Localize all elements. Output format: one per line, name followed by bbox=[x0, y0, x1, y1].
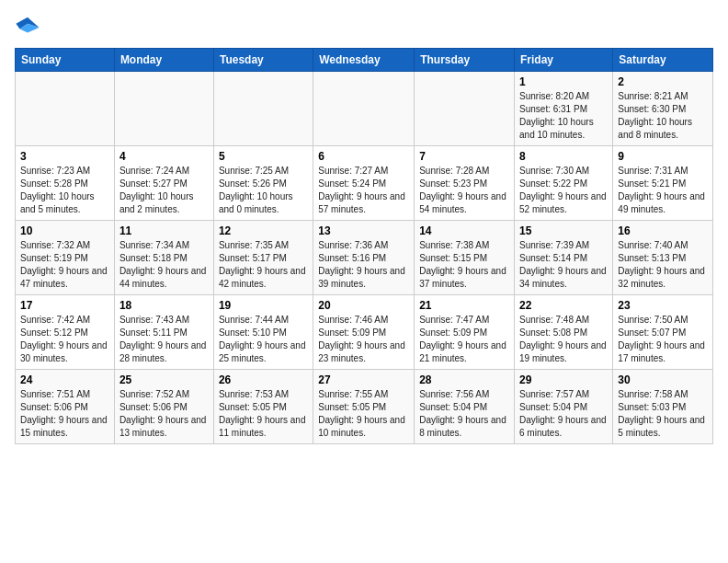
day-info: Sunrise: 7:34 AM Sunset: 5:18 PM Dayligh… bbox=[119, 239, 209, 291]
calendar-table: SundayMondayTuesdayWednesdayThursdayFrid… bbox=[15, 48, 713, 444]
day-info: Sunrise: 7:30 AM Sunset: 5:22 PM Dayligh… bbox=[519, 165, 608, 216]
calendar-cell bbox=[16, 72, 115, 146]
day-info: Sunrise: 7:48 AM Sunset: 5:08 PM Dayligh… bbox=[519, 314, 608, 365]
day-number: 9 bbox=[618, 150, 708, 163]
day-info: Sunrise: 7:44 AM Sunset: 5:10 PM Dayligh… bbox=[219, 314, 308, 365]
day-number: 18 bbox=[119, 299, 209, 312]
calendar-cell: 1Sunrise: 8:20 AM Sunset: 6:31 PM Daylig… bbox=[515, 72, 613, 146]
calendar-cell: 27Sunrise: 7:55 AM Sunset: 5:05 PM Dayli… bbox=[313, 370, 415, 444]
day-number: 5 bbox=[219, 150, 308, 163]
calendar-cell bbox=[415, 72, 515, 146]
calendar-cell: 7Sunrise: 7:28 AM Sunset: 5:23 PM Daylig… bbox=[415, 146, 515, 221]
calendar-cell: 29Sunrise: 7:57 AM Sunset: 5:04 PM Dayli… bbox=[515, 370, 613, 444]
calendar-cell: 14Sunrise: 7:38 AM Sunset: 5:15 PM Dayli… bbox=[415, 221, 515, 295]
calendar-cell: 30Sunrise: 7:58 AM Sunset: 5:03 PM Dayli… bbox=[613, 370, 713, 444]
day-info: Sunrise: 7:52 AM Sunset: 5:06 PM Dayligh… bbox=[119, 388, 209, 440]
header-day-wednesday: Wednesday bbox=[313, 49, 415, 72]
day-info: Sunrise: 7:39 AM Sunset: 5:14 PM Dayligh… bbox=[519, 239, 608, 291]
calendar-cell: 25Sunrise: 7:52 AM Sunset: 5:06 PM Dayli… bbox=[114, 370, 213, 444]
calendar-cell: 4Sunrise: 7:24 AM Sunset: 5:27 PM Daylig… bbox=[114, 146, 213, 221]
day-info: Sunrise: 7:25 AM Sunset: 5:26 PM Dayligh… bbox=[219, 165, 308, 216]
day-number: 17 bbox=[20, 299, 109, 312]
day-info: Sunrise: 7:57 AM Sunset: 5:04 PM Dayligh… bbox=[519, 388, 608, 440]
logo-bird-icon bbox=[15, 15, 40, 40]
day-info: Sunrise: 8:21 AM Sunset: 6:30 PM Dayligh… bbox=[618, 90, 708, 142]
day-number: 30 bbox=[618, 373, 708, 386]
day-info: Sunrise: 7:24 AM Sunset: 5:27 PM Dayligh… bbox=[119, 165, 209, 216]
calendar-cell: 26Sunrise: 7:53 AM Sunset: 5:05 PM Dayli… bbox=[213, 370, 313, 444]
day-number: 23 bbox=[618, 299, 708, 312]
day-number: 22 bbox=[519, 299, 608, 312]
calendar-cell: 13Sunrise: 7:36 AM Sunset: 5:16 PM Dayli… bbox=[313, 221, 415, 295]
header-day-monday: Monday bbox=[114, 49, 213, 72]
calendar-cell: 12Sunrise: 7:35 AM Sunset: 5:17 PM Dayli… bbox=[213, 221, 313, 295]
day-number: 29 bbox=[519, 373, 608, 386]
calendar-cell: 3Sunrise: 7:23 AM Sunset: 5:28 PM Daylig… bbox=[16, 146, 115, 221]
day-number: 14 bbox=[419, 224, 509, 237]
calendar-cell: 17Sunrise: 7:42 AM Sunset: 5:12 PM Dayli… bbox=[16, 295, 115, 370]
day-number: 3 bbox=[20, 150, 109, 163]
calendar-cell: 6Sunrise: 7:27 AM Sunset: 5:24 PM Daylig… bbox=[313, 146, 415, 221]
day-number: 28 bbox=[419, 373, 509, 386]
day-info: Sunrise: 7:42 AM Sunset: 5:12 PM Dayligh… bbox=[20, 314, 109, 365]
calendar-cell: 23Sunrise: 7:50 AM Sunset: 5:07 PM Dayli… bbox=[613, 295, 713, 370]
day-info: Sunrise: 7:46 AM Sunset: 5:09 PM Dayligh… bbox=[318, 314, 409, 365]
calendar-cell: 2Sunrise: 8:21 AM Sunset: 6:30 PM Daylig… bbox=[613, 72, 713, 146]
calendar-cell: 22Sunrise: 7:48 AM Sunset: 5:08 PM Dayli… bbox=[515, 295, 613, 370]
calendar-cell bbox=[213, 72, 313, 146]
day-number: 11 bbox=[119, 224, 209, 237]
calendar-cell: 11Sunrise: 7:34 AM Sunset: 5:18 PM Dayli… bbox=[114, 221, 213, 295]
day-info: Sunrise: 7:50 AM Sunset: 5:07 PM Dayligh… bbox=[618, 314, 708, 365]
day-info: Sunrise: 7:31 AM Sunset: 5:21 PM Dayligh… bbox=[618, 165, 708, 216]
day-number: 16 bbox=[618, 224, 708, 237]
day-number: 7 bbox=[419, 150, 509, 163]
day-info: Sunrise: 7:23 AM Sunset: 5:28 PM Dayligh… bbox=[20, 165, 109, 216]
calendar-cell: 21Sunrise: 7:47 AM Sunset: 5:09 PM Dayli… bbox=[415, 295, 515, 370]
day-number: 13 bbox=[318, 224, 409, 237]
header bbox=[15, 15, 713, 40]
header-day-thursday: Thursday bbox=[415, 49, 515, 72]
day-number: 2 bbox=[618, 75, 708, 88]
day-info: Sunrise: 8:20 AM Sunset: 6:31 PM Dayligh… bbox=[519, 90, 608, 142]
header-day-sunday: Sunday bbox=[16, 49, 115, 72]
calendar-cell: 19Sunrise: 7:44 AM Sunset: 5:10 PM Dayli… bbox=[213, 295, 313, 370]
day-info: Sunrise: 7:27 AM Sunset: 5:24 PM Dayligh… bbox=[318, 165, 409, 216]
calendar-cell: 9Sunrise: 7:31 AM Sunset: 5:21 PM Daylig… bbox=[613, 146, 713, 221]
day-number: 20 bbox=[318, 299, 409, 312]
calendar-cell: 10Sunrise: 7:32 AM Sunset: 5:19 PM Dayli… bbox=[16, 221, 115, 295]
week-row-0: 1Sunrise: 8:20 AM Sunset: 6:31 PM Daylig… bbox=[16, 72, 713, 146]
day-info: Sunrise: 7:36 AM Sunset: 5:16 PM Dayligh… bbox=[318, 239, 409, 291]
calendar-cell: 18Sunrise: 7:43 AM Sunset: 5:11 PM Dayli… bbox=[114, 295, 213, 370]
day-info: Sunrise: 7:35 AM Sunset: 5:17 PM Dayligh… bbox=[219, 239, 308, 291]
day-number: 4 bbox=[119, 150, 209, 163]
day-number: 10 bbox=[20, 224, 109, 237]
day-info: Sunrise: 7:58 AM Sunset: 5:03 PM Dayligh… bbox=[618, 388, 708, 440]
calendar-header-row: SundayMondayTuesdayWednesdayThursdayFrid… bbox=[16, 49, 713, 72]
week-row-3: 17Sunrise: 7:42 AM Sunset: 5:12 PM Dayli… bbox=[16, 295, 713, 370]
calendar-cell: 16Sunrise: 7:40 AM Sunset: 5:13 PM Dayli… bbox=[613, 221, 713, 295]
day-info: Sunrise: 7:32 AM Sunset: 5:19 PM Dayligh… bbox=[20, 239, 109, 291]
day-info: Sunrise: 7:38 AM Sunset: 5:15 PM Dayligh… bbox=[419, 239, 509, 291]
week-row-4: 24Sunrise: 7:51 AM Sunset: 5:06 PM Dayli… bbox=[16, 370, 713, 444]
header-day-friday: Friday bbox=[515, 49, 613, 72]
day-info: Sunrise: 7:53 AM Sunset: 5:05 PM Dayligh… bbox=[219, 388, 308, 440]
day-number: 24 bbox=[20, 373, 109, 386]
day-number: 8 bbox=[519, 150, 608, 163]
calendar-body: 1Sunrise: 8:20 AM Sunset: 6:31 PM Daylig… bbox=[16, 72, 713, 444]
calendar-cell: 28Sunrise: 7:56 AM Sunset: 5:04 PM Dayli… bbox=[415, 370, 515, 444]
logo bbox=[15, 15, 44, 40]
day-info: Sunrise: 7:47 AM Sunset: 5:09 PM Dayligh… bbox=[419, 314, 509, 365]
calendar-cell: 20Sunrise: 7:46 AM Sunset: 5:09 PM Dayli… bbox=[313, 295, 415, 370]
day-info: Sunrise: 7:56 AM Sunset: 5:04 PM Dayligh… bbox=[419, 388, 509, 440]
day-number: 27 bbox=[318, 373, 409, 386]
day-number: 1 bbox=[519, 75, 608, 88]
header-day-tuesday: Tuesday bbox=[213, 49, 313, 72]
day-info: Sunrise: 7:40 AM Sunset: 5:13 PM Dayligh… bbox=[618, 239, 708, 291]
day-number: 6 bbox=[318, 150, 409, 163]
header-day-saturday: Saturday bbox=[613, 49, 713, 72]
day-number: 26 bbox=[219, 373, 308, 386]
calendar-cell: 15Sunrise: 7:39 AM Sunset: 5:14 PM Dayli… bbox=[515, 221, 613, 295]
day-info: Sunrise: 7:43 AM Sunset: 5:11 PM Dayligh… bbox=[119, 314, 209, 365]
week-row-2: 10Sunrise: 7:32 AM Sunset: 5:19 PM Dayli… bbox=[16, 221, 713, 295]
day-number: 25 bbox=[119, 373, 209, 386]
